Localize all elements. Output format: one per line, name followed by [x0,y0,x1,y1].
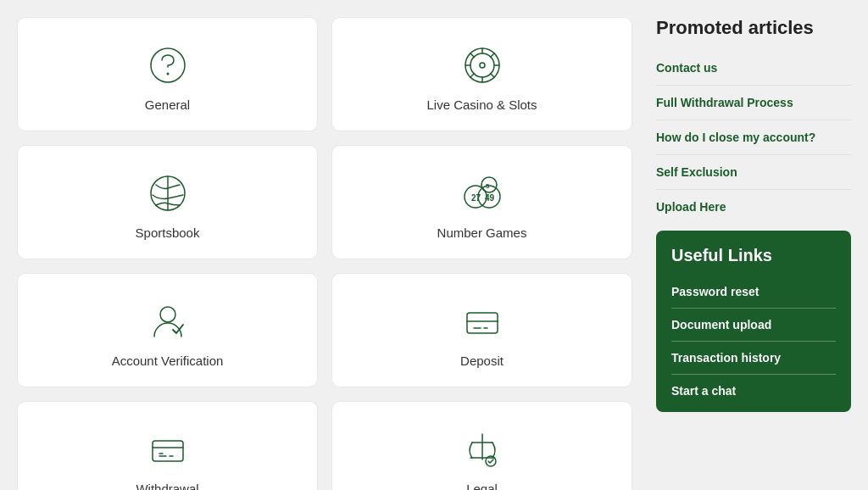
sportsbook-icon [144,170,192,217]
useful-link-password-reset[interactable]: Password reset [671,276,836,309]
promoted-link-self-exclusion[interactable]: Self Exclusion [656,155,851,190]
promoted-link-contact[interactable]: Contact us [656,51,851,86]
svg-text:27: 27 [471,193,481,203]
useful-link-document-upload[interactable]: Document upload [671,309,836,342]
svg-rect-25 [153,441,183,461]
svg-line-11 [470,74,475,78]
card-legal[interactable]: Legal [331,401,632,490]
svg-line-8 [470,53,475,58]
useful-link-start-chat[interactable]: Start a chat [671,375,836,404]
main-grid: General Live Casino & Slots [17,17,632,490]
card-withdrawal[interactable]: Withdrawal [17,401,318,490]
legal-icon [459,426,506,473]
svg-point-3 [480,63,485,68]
account-verification-label: Account Verification [112,354,224,368]
svg-line-9 [490,74,494,78]
svg-rect-21 [467,313,498,333]
casino-label: Live Casino & Slots [426,97,537,112]
number-games-label: Number Games [437,226,527,240]
card-account-verification[interactable]: Account Verification [17,273,318,387]
useful-links-title: Useful Links [671,246,836,265]
promoted-link-upload[interactable]: Upload Here [656,190,851,224]
casino-icon [459,42,506,89]
promoted-title: Promoted articles [656,17,851,39]
card-general[interactable]: General [17,17,318,131]
sidebar: Promoted articles Contact us Full Withdr… [656,17,851,490]
deposit-icon [459,298,506,345]
general-icon [144,42,192,89]
useful-link-transaction-history[interactable]: Transaction history [671,342,836,375]
promoted-list: Contact us Full Withdrawal Process How d… [656,51,851,224]
legal-label: Legal [466,482,498,490]
card-sportsbook[interactable]: Sportsbook [17,145,318,259]
deposit-label: Deposit [460,354,504,368]
card-deposit[interactable]: Deposit [331,273,632,387]
withdrawal-label: Withdrawal [136,482,198,490]
card-casino[interactable]: Live Casino & Slots [331,17,632,131]
general-label: General [145,97,190,112]
svg-text:49: 49 [485,193,495,203]
number-games-icon: 27 49 5 [459,170,506,217]
svg-text:5: 5 [486,182,490,190]
withdrawal-icon [144,426,192,473]
svg-point-20 [160,307,175,322]
svg-point-0 [166,73,169,75]
promoted-link-close-account[interactable]: How do I close my account? [656,120,851,155]
account-verification-icon [144,298,192,345]
useful-links-list: Password reset Document upload Transacti… [671,276,836,404]
sportsbook-label: Sportsbook [136,226,200,240]
useful-links-box: Useful Links Password reset Document upl… [656,231,851,412]
page-wrapper: General Live Casino & Slots [17,17,851,490]
card-number-games[interactable]: 27 49 5 Number Games [331,145,632,259]
promoted-link-withdrawal[interactable]: Full Withdrawal Process [656,86,851,120]
svg-line-10 [490,53,494,58]
